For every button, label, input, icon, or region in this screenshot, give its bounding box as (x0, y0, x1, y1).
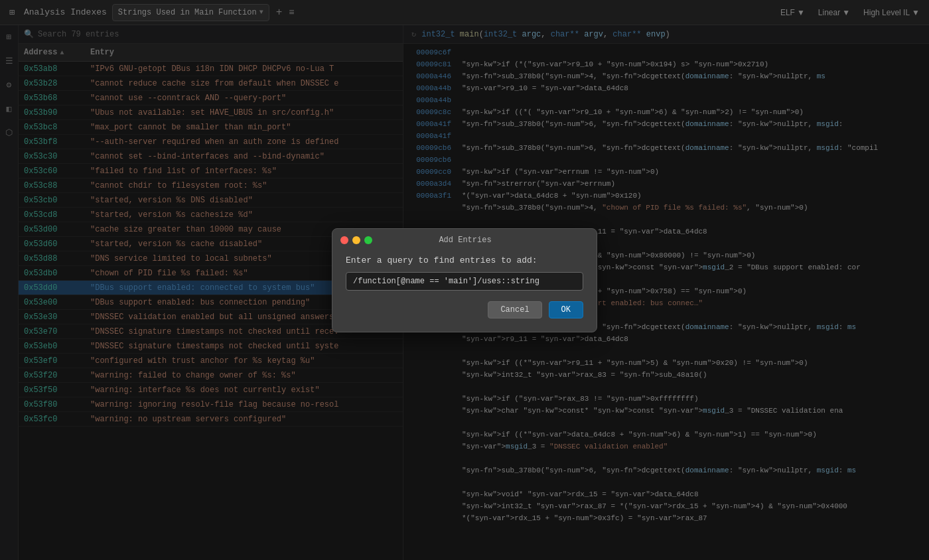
dialog-query-input[interactable] (346, 272, 583, 291)
dialog-box: Add Entries Enter a query to find entrie… (332, 228, 597, 332)
dialog-titlebar: Add Entries (332, 229, 597, 250)
dialog-overlay: Add Entries Enter a query to find entrie… (0, 0, 929, 560)
ok-button[interactable]: OK (549, 301, 583, 318)
dialog-title: Add Entries (378, 236, 553, 245)
dialog-label: Enter a query to find entries to add: (346, 255, 583, 265)
dialog-buttons: Cancel OK (346, 301, 583, 318)
maximize-button[interactable] (364, 236, 372, 244)
dialog-traffic-lights (340, 236, 372, 244)
cancel-button[interactable]: Cancel (488, 301, 541, 318)
close-button[interactable] (340, 236, 348, 244)
dialog-body: Enter a query to find entries to add: Ca… (332, 250, 597, 332)
minimize-button[interactable] (352, 236, 360, 244)
